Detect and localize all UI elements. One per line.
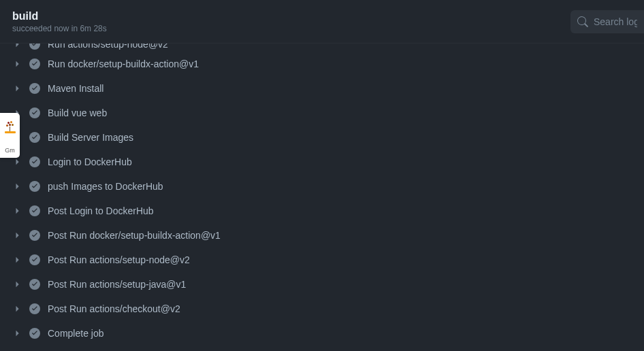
check-circle-icon [29, 303, 41, 315]
header: build succeeded now in 6m 28s [0, 0, 644, 44]
step-row[interactable]: Run docker/setup-buildx-action@v1 [0, 52, 644, 76]
check-circle-icon [29, 205, 41, 217]
chevron-right-icon [12, 44, 23, 50]
step-label: push Images to DockerHub [48, 181, 163, 192]
chevron-right-icon [12, 58, 23, 69]
title-block: build succeeded now in 6m 28s [12, 10, 107, 33]
chevron-right-icon [12, 254, 23, 265]
extension-tab-label: Gm [5, 147, 15, 154]
step-label: Run docker/setup-buildx-action@v1 [48, 58, 199, 69]
step-row[interactable]: Run actions/setup-node@v2 [0, 44, 644, 52]
check-circle-icon [29, 156, 41, 168]
step-row[interactable]: Post Run actions/checkout@v2 [0, 297, 644, 321]
chevron-right-icon [12, 230, 23, 241]
step-label: Build Server Images [48, 132, 133, 143]
step-label: Login to DockerHub [48, 156, 132, 167]
step-row[interactable]: Complete job [0, 321, 644, 346]
check-circle-icon [29, 44, 41, 50]
check-circle-icon [29, 131, 41, 144]
step-row[interactable]: Login to DockerHub [0, 150, 644, 174]
step-label: Run actions/setup-node@v2 [48, 44, 168, 50]
check-circle-icon [29, 229, 41, 241]
chevron-right-icon [12, 303, 23, 314]
search-icon [577, 16, 588, 27]
check-circle-icon [29, 82, 41, 95]
check-circle-icon [29, 180, 41, 193]
steps-container: Run actions/setup-node@v2Run docker/setu… [0, 44, 644, 351]
step-label: Post Run actions/setup-node@v2 [48, 254, 190, 265]
step-row[interactable]: Maven Install [0, 76, 644, 101]
chevron-right-icon [12, 83, 23, 94]
step-label: Post Run docker/setup-buildx-action@v1 [48, 230, 221, 241]
extension-tab[interactable]: Gm [0, 113, 20, 158]
step-row[interactable]: Post Run docker/setup-buildx-action@v1 [0, 223, 644, 248]
job-title: build [12, 10, 107, 22]
chevron-right-icon [12, 181, 23, 192]
search-input[interactable] [594, 16, 637, 27]
step-row[interactable]: Post Login to DockerHub [0, 199, 644, 223]
check-circle-icon [29, 254, 41, 266]
step-label: Post Run actions/setup-java@v1 [48, 279, 186, 290]
step-row[interactable]: Post Run actions/setup-java@v1 [0, 272, 644, 297]
tree-icon [3, 120, 17, 133]
step-label: Build vue web [48, 107, 107, 118]
check-circle-icon [29, 327, 41, 339]
chevron-right-icon [12, 156, 23, 167]
check-circle-icon [29, 278, 41, 290]
step-label: Maven Install [48, 83, 103, 94]
check-circle-icon [29, 107, 41, 119]
step-row[interactable]: Build Server Images [0, 125, 644, 150]
job-status-line: succeeded now in 6m 28s [12, 24, 107, 33]
step-label: Post Login to DockerHub [48, 205, 154, 216]
chevron-right-icon [12, 328, 23, 339]
chevron-right-icon [12, 205, 23, 216]
step-label: Post Run actions/checkout@v2 [48, 303, 180, 314]
step-row[interactable]: push Images to DockerHub [0, 174, 644, 199]
chevron-right-icon [12, 279, 23, 290]
step-row[interactable]: Build vue web [0, 101, 644, 125]
log-viewer: build succeeded now in 6m 28s Run action… [0, 0, 644, 351]
check-circle-icon [29, 58, 41, 70]
search-box[interactable] [570, 10, 644, 33]
step-row[interactable]: Post Run actions/setup-node@v2 [0, 248, 644, 272]
step-label: Complete job [48, 328, 104, 339]
